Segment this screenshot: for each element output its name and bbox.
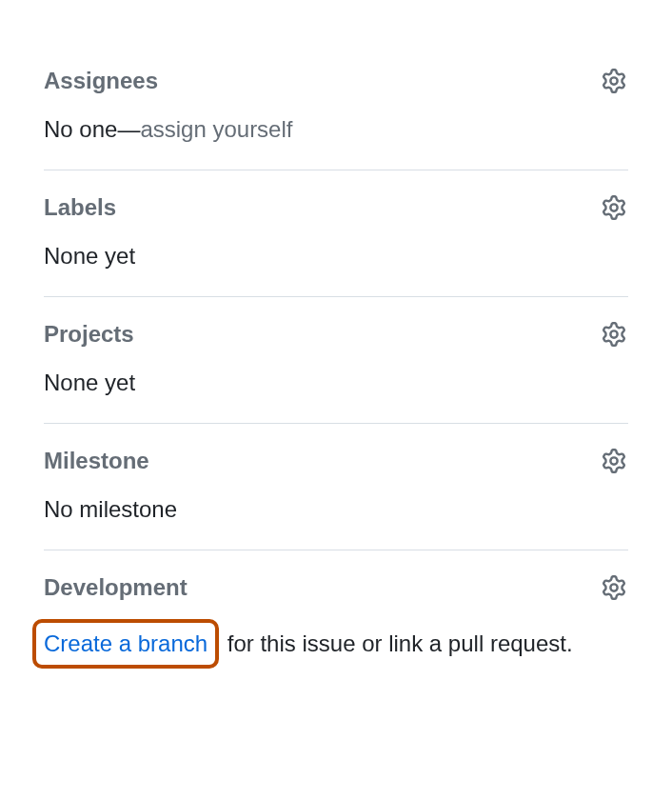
gear-icon [602,322,626,347]
gear-icon [602,195,626,220]
milestone-settings-button[interactable] [600,447,628,475]
projects-section: Projects None yet [44,297,628,424]
development-header: Development [44,573,628,602]
projects-title: Projects [44,321,134,348]
assignees-title: Assignees [44,68,158,94]
assignees-settings-button[interactable] [600,67,628,95]
labels-header: Labels [44,193,628,222]
milestone-section: Milestone No milestone [44,424,628,550]
milestone-title: Milestone [44,448,149,474]
assignees-body: No one—assign yourself [44,112,628,147]
labels-section: Labels None yet [44,170,628,297]
assignees-header: Assignees [44,67,628,95]
projects-header: Projects [44,320,628,349]
projects-body: None yet [44,366,628,400]
development-title: Development [44,574,188,601]
assignees-section: Assignees No one—assign yourself [44,44,628,170]
assignees-empty-prefix: No one— [44,116,140,142]
create-branch-highlight: Create a branch [32,619,219,669]
labels-settings-button[interactable] [600,193,628,222]
development-suffix-text: for this issue or link a pull request. [221,630,573,656]
issue-sidebar: Assignees No one—assign yourself Labels … [44,44,628,691]
labels-title: Labels [44,194,116,221]
development-settings-button[interactable] [600,573,628,602]
development-section: Development Create a branch for this iss… [44,550,628,691]
development-body: Create a branch for this issue or link a… [44,619,628,669]
milestone-header: Milestone [44,447,628,475]
create-branch-link[interactable]: Create a branch [44,630,208,656]
projects-empty-text: None yet [44,370,135,395]
labels-body: None yet [44,239,628,273]
milestone-empty-text: No milestone [44,496,177,522]
gear-icon [602,449,626,473]
assign-yourself-link[interactable]: assign yourself [140,116,292,142]
labels-empty-text: None yet [44,243,135,269]
gear-icon [602,69,626,93]
projects-settings-button[interactable] [600,320,628,349]
gear-icon [602,575,626,600]
milestone-body: No milestone [44,492,628,527]
